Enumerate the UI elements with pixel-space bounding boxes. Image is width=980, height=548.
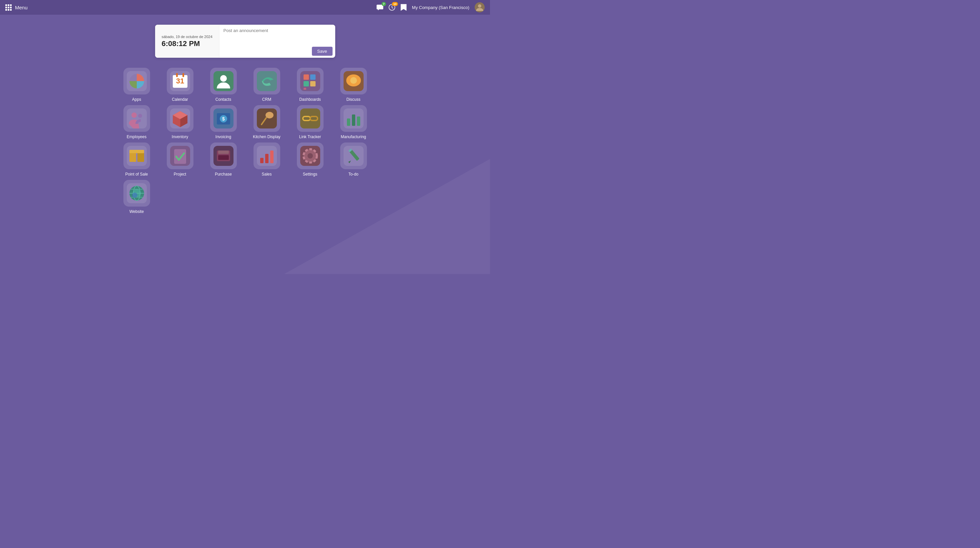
app-item-calendar[interactable]: 31 Calendar <box>162 68 199 102</box>
navbar: Menu 7 10 My Company (San Francisco) <box>0 0 490 15</box>
kitchen-display-label: Kitchen Display <box>253 134 280 139</box>
app-item-kitchen-display[interactable]: Kitchen Display <box>248 105 285 139</box>
app-item-manufacturing[interactable]: Manufacturing <box>335 105 372 139</box>
time-display: 6:08:12 PM <box>162 39 200 48</box>
svg-rect-44 <box>357 116 360 126</box>
dashboards-icon <box>297 68 323 94</box>
svg-rect-43 <box>352 115 355 126</box>
employees-icon <box>123 105 150 132</box>
bookmark-button[interactable] <box>401 4 407 11</box>
settings-icon <box>297 142 323 169</box>
app-item-project[interactable]: Project <box>162 142 199 177</box>
svg-point-2 <box>478 4 481 8</box>
app-item-contacts[interactable]: Contacts <box>205 68 242 102</box>
invoicing-icon: $ <box>210 105 237 132</box>
point-of-sale-icon <box>123 142 150 169</box>
svg-rect-17 <box>304 81 309 86</box>
svg-rect-48 <box>129 150 144 153</box>
manufacturing-icon <box>340 105 367 132</box>
employees-label: Employees <box>127 134 146 139</box>
activity-button[interactable]: 10 <box>388 4 395 11</box>
purchase-icon <box>210 142 237 169</box>
inventory-label: Inventory <box>172 134 188 139</box>
svg-rect-56 <box>260 158 264 163</box>
app-item-discuss[interactable]: Discuss <box>335 68 372 102</box>
app-item-apps[interactable]: Apps <box>118 68 155 102</box>
menu-button[interactable]: Menu <box>5 4 28 11</box>
dashboards-label: Dashboards <box>299 97 321 102</box>
svg-rect-47 <box>137 152 144 162</box>
menu-label: Menu <box>15 5 28 10</box>
svg-rect-42 <box>347 118 350 126</box>
datetime-panel: sábado, 19 de octubre de 2024 6:08:12 PM <box>155 25 220 58</box>
inventory-icon <box>167 105 194 132</box>
bookmark-icon <box>401 4 407 11</box>
announcement-input[interactable] <box>220 25 335 45</box>
svg-point-74 <box>132 193 137 198</box>
svg-point-25 <box>138 114 142 118</box>
settings-label: Settings <box>303 172 317 177</box>
contacts-icon <box>210 68 237 94</box>
project-icon <box>167 142 194 169</box>
svg-rect-35 <box>257 108 277 129</box>
discuss-icon <box>340 68 367 94</box>
svg-rect-54 <box>218 155 229 160</box>
company-name: My Company (San Francisco) <box>412 5 469 10</box>
crm-icon <box>253 68 280 94</box>
svg-rect-46 <box>129 152 136 162</box>
point-of-sale-label: Point of Sale <box>125 172 148 177</box>
svg-rect-16 <box>310 75 315 80</box>
svg-rect-10 <box>183 73 184 77</box>
grid-icon <box>5 4 12 11</box>
app-item-to-do[interactable]: To-do <box>335 142 372 177</box>
avatar-image <box>475 2 485 12</box>
chat-badge: 7 <box>382 2 386 6</box>
svg-rect-19 <box>304 88 306 90</box>
crm-label: CRM <box>262 97 271 102</box>
project-label: Project <box>174 172 186 177</box>
app-item-link-tracker[interactable]: Link Tracker <box>292 105 329 139</box>
purchase-label: Purchase <box>215 172 232 177</box>
app-item-settings[interactable]: Settings <box>292 142 329 177</box>
app-item-sales[interactable]: Sales <box>248 142 285 177</box>
announcement-input-area: Save <box>220 25 335 58</box>
svg-text:$: $ <box>222 116 225 121</box>
svg-point-62 <box>307 153 313 159</box>
svg-point-22 <box>350 77 357 84</box>
kitchen-display-icon <box>253 105 280 132</box>
app-item-website[interactable]: Website <box>118 180 155 214</box>
app-item-employees[interactable]: Employees <box>118 105 155 139</box>
apps-label: Apps <box>132 97 141 102</box>
svg-text:31: 31 <box>176 77 184 85</box>
website-label: Website <box>129 209 144 214</box>
app-item-point-of-sale[interactable]: Point of Sale <box>118 142 155 177</box>
save-button[interactable]: Save <box>312 47 332 56</box>
sales-label: Sales <box>261 172 272 177</box>
website-icon <box>123 180 150 207</box>
svg-rect-58 <box>270 151 274 163</box>
svg-rect-57 <box>265 154 269 163</box>
to-do-icon <box>340 142 367 169</box>
app-item-crm[interactable]: CRM <box>248 68 285 102</box>
app-item-dashboards[interactable]: Dashboards <box>292 68 329 102</box>
contacts-label: Contacts <box>215 97 231 102</box>
app-item-inventory[interactable]: Inventory <box>162 105 199 139</box>
svg-rect-15 <box>304 75 309 80</box>
apps-icon <box>123 68 150 94</box>
avatar[interactable] <box>475 2 485 12</box>
main-content: sábado, 19 de octubre de 2024 6:08:12 PM… <box>0 15 490 224</box>
apps-grid: Apps 31 Calendar <box>118 68 372 214</box>
calendar-icon: 31 <box>167 68 194 94</box>
navbar-right: 7 10 My Company (San Francisco) <box>377 2 485 12</box>
activity-badge: 10 <box>392 2 398 6</box>
chat-button[interactable]: 7 <box>377 4 383 11</box>
svg-rect-14 <box>300 71 320 91</box>
svg-rect-9 <box>176 73 178 77</box>
svg-rect-53 <box>218 151 229 154</box>
app-item-invoicing[interactable]: $ Invoicing <box>205 105 242 139</box>
app-item-purchase[interactable]: Purchase <box>205 142 242 177</box>
discuss-label: Discuss <box>346 97 360 102</box>
sales-icon <box>253 142 280 169</box>
link-tracker-icon <box>297 105 323 132</box>
date-display: sábado, 19 de octubre de 2024 <box>162 35 213 39</box>
